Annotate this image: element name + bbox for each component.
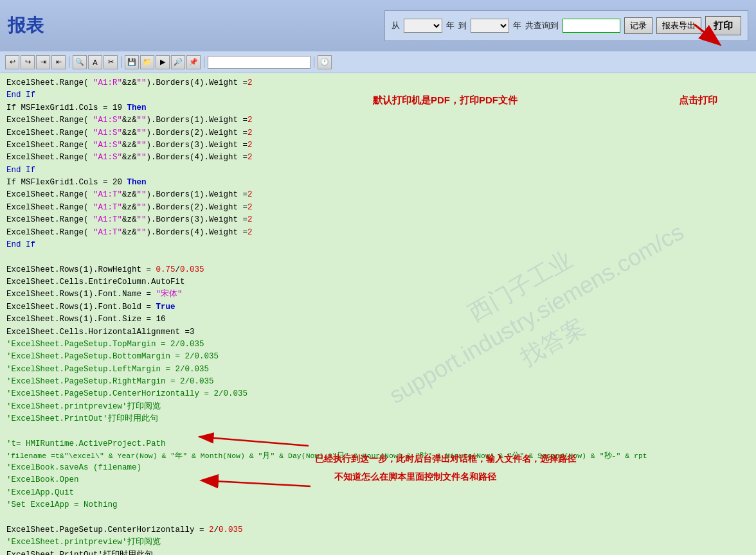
code-line: ExcelSheet.Cells.HorizontalAlignment =3 [6,326,750,339]
code-line: If MSFlexGrid1.Cols = 20 Then [6,177,750,189]
code-line: 'ExcelSheet.PageSetup.RightMargin = 2/0.… [6,376,750,388]
code-line: ExcelSheet.Range( "A1:T"&z&"").Borders(3… [6,214,750,226]
redo-button[interactable]: ↪ [21,55,35,69]
code-line: 'filename =t&"\excel\" & Year(Now) & "年"… [6,450,750,462]
code-line: ExcelSheet.Range( "A1:T"&z&"").Borders(1… [6,189,750,201]
to-year-select[interactable] [471,19,509,33]
run-button[interactable]: ▶ [156,55,170,69]
header-controls: 从 年 到 年 共查询到 记录 报表导出 打印 [384,10,748,41]
print-button[interactable]: 打印 [705,16,741,35]
code-line: ExcelSheet.Rows(1).Font.Name = "宋体" [6,288,750,301]
save-button[interactable]: 💾 [125,55,139,69]
record-count-input[interactable] [562,19,620,33]
clock-button[interactable]: 🕐 [318,55,332,69]
code-line: ExcelSheet.Range( "A1:T"&z&"").Borders(2… [6,202,750,214]
undo-button[interactable]: ↩ [5,55,19,69]
separator1 [69,57,69,68]
indent-button[interactable]: ⇥ [36,55,50,69]
page-title: 报表 [8,13,44,38]
code-line: 'Set ExcelApp = Nothing [6,499,750,511]
year-label1: 年 [446,20,455,31]
separator3 [204,57,204,68]
from-year-select[interactable] [404,19,442,33]
code-line: ExcelSheet.Range( "A1:R"&z&"").Borders(4… [6,77,750,89]
code-editor[interactable]: ExcelSheet.Range( "A1:R"&z&"").Borders(4… [0,73,756,555]
code-line: 't= HMIRuntime.ActiveProject.Path [6,438,750,450]
code-line: ExcelSheet.PageSetup.CenterHorizontally … [6,524,750,536]
export-button[interactable]: 报表导出 [656,17,701,34]
font-button[interactable]: A [88,55,102,69]
to-label: 到 [458,20,467,31]
bookmark-button[interactable]: 📌 [186,55,201,69]
folder-button[interactable]: 📁 [140,55,154,69]
code-line: ExcelSheet.Cells.EntireColumn.AutoFit [6,276,750,288]
code-line-highlight: ExcelSheet.PrintOut'打印时用此句 [6,549,750,555]
code-line: 'ExcelSheet.PageSetup.LeftMargin = 2/0.0… [6,364,750,376]
code-line: End If [6,164,750,177]
code-line: ExcelSheet.Range( "A1:S"&z&"").Borders(1… [6,114,750,127]
code-line-blank [6,426,750,438]
code-line: End If [6,239,750,251]
code-line: 'ExcelSheet.printpreview'打印阅览 [6,401,750,413]
code-line-blank [6,512,750,524]
toolbar: ↩ ↪ ⇥ ⇤ 🔍 A ✂ 💾 📁 ▶ 🔎 📌 🕐 [0,51,756,73]
code-line: 'ExcelSheet.PageSetup.CenterHorizontally… [6,388,750,400]
separator2 [121,57,122,68]
code-line: End If [6,89,750,101]
from-label: 从 [392,20,400,31]
year-label2: 年 [513,20,521,31]
outdent-button[interactable]: ⇤ [51,55,66,69]
code-line: 'ExcelBook.Open [6,474,750,486]
code-line: 'ExcelSheet.PageSetup.TopMargin = 2/0.03… [6,339,750,351]
code-line: If MSFlexGrid1.Cols = 19 Then [6,102,750,114]
code-line: 'ExcelSheet.PrintOut'打印时用此句 [6,413,750,425]
code-line: ExcelSheet.Range( "A1:S"&z&"").Borders(2… [6,127,750,139]
code-line: ExcelSheet.Range( "A1:S"&z&"").Borders(3… [6,139,750,152]
cut-button[interactable]: ✂ [104,55,118,69]
record-button[interactable]: 记录 [624,17,652,34]
query-label: 共查询到 [525,20,559,31]
code-line: 'ExcelBook.saveAs (filename) [6,462,750,474]
separator4 [314,57,314,68]
header: 报表 从 年 到 年 共查询到 记录 报表导出 打印 [0,0,756,51]
code-line: ExcelSheet.Rows(1).RowHeight = 0.75/0.03… [6,264,750,276]
code-line: 'ExcelApp.Quit [6,487,750,499]
code-line: 'ExcelSheet.printpreview'打印阅览 [6,536,750,549]
search2-button[interactable]: 🔎 [171,55,185,69]
code-line: ExcelSheet.Rows(1).Font.Bold = True [6,301,750,313]
code-line-blank [6,251,750,263]
code-line: ExcelSheet.Range( "A1:S"&z&"").Borders(4… [6,152,750,164]
search-input[interactable] [208,56,310,69]
code-line: 'ExcelSheet.PageSetup.BottomMargin = 2/0… [6,351,750,363]
code-line: ExcelSheet.Rows(1).Font.Size = 16 [6,313,750,326]
find-button[interactable]: 🔍 [73,55,87,69]
code-line: ExcelSheet.Range( "A1:T"&z&"").Borders(4… [6,227,750,239]
